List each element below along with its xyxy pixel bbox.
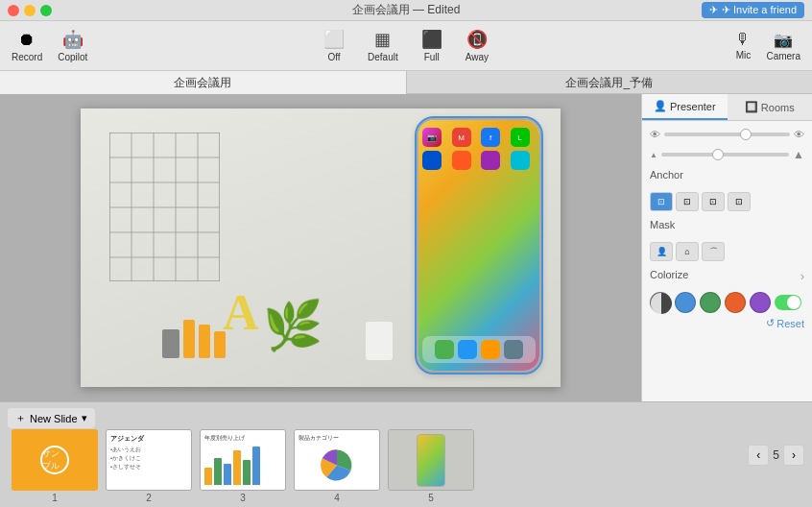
bar6	[252, 447, 260, 485]
slide-thumb-img-1: サンプル	[12, 429, 98, 491]
color-blue-swatch[interactable]	[675, 292, 696, 313]
close-button[interactable]	[8, 5, 19, 16]
view-away-button[interactable]: 📵 Away	[466, 29, 489, 62]
prev-slide-button[interactable]: ‹	[748, 445, 769, 466]
app-row-1: 📷 M f L	[422, 128, 536, 147]
color-green-swatch[interactable]	[700, 292, 721, 313]
copilot-label: Copilot	[58, 52, 87, 62]
mask-icons: 👤 ⌂ ⌒	[650, 242, 804, 261]
slide3-content: 年度別売り上げ	[201, 430, 285, 490]
invite-button[interactable]: ✈ ✈ Invite a friend	[702, 2, 804, 18]
eye-icon-right: 👁	[794, 129, 804, 140]
view-full-button[interactable]: ⬛ Full	[421, 29, 442, 62]
item1	[162, 329, 179, 358]
color-bw-swatch[interactable]	[650, 292, 671, 313]
slide1-label: サンプル	[42, 447, 67, 472]
slide-thumb-2[interactable]: アジェンダ •あいうえお •かきくけこ •さしすせそ 2	[106, 429, 192, 503]
page-number: 5	[773, 448, 779, 462]
slide-num-4: 4	[334, 493, 340, 503]
slide3-title: 年度別売り上げ	[204, 434, 281, 443]
slide-thumb-img-3: 年度別売り上げ	[200, 429, 286, 491]
view-away-label: Away	[466, 52, 489, 62]
size-slider[interactable]	[661, 153, 789, 157]
slide2-title: アジェンダ	[110, 434, 187, 444]
titlebar: 企画会議用 — Edited ✈ ✈ Invite a friend	[0, 0, 812, 21]
mic-icon: 🎙	[735, 31, 751, 48]
anchor-btn-3[interactable]: ⊡	[702, 192, 725, 211]
toolbar-center: ⬜ Off ▦ Default ⬛ Full 📵 Away	[323, 29, 489, 62]
tab-main-label: 企画会議用	[174, 76, 231, 89]
view-default-label: Default	[368, 52, 398, 62]
reset-link[interactable]: ↺ Reset	[650, 317, 804, 329]
copilot-button[interactable]: 🤖 Copilot	[58, 29, 87, 62]
camera-button[interactable]: 📷 Camera	[766, 31, 800, 61]
minimize-button[interactable]	[24, 5, 36, 16]
slide5-content	[389, 430, 473, 490]
slide2-content: アジェンダ •あいうえお •かきくけこ •さしすせそ	[107, 430, 191, 490]
tab-secondary[interactable]: 企画会議用_予備	[407, 71, 813, 94]
view-full-label: Full	[424, 52, 440, 62]
colorize-row: Colorize ›	[650, 269, 804, 284]
item3	[199, 325, 210, 358]
fb-icon: f	[481, 128, 500, 147]
slide-canvas[interactable]: A 🌿 📷 M f L	[81, 109, 561, 387]
new-slide-icon: ＋	[15, 411, 26, 425]
slide-num-1: 1	[52, 493, 58, 503]
slide-thumb-1[interactable]: サンプル 1	[12, 429, 98, 503]
opacity-thumb[interactable]	[740, 129, 752, 140]
plant: 🌿	[263, 298, 322, 353]
slide-thumb-img-4: 製品カテゴリー	[294, 429, 380, 491]
mask-btn-curve[interactable]: ⌒	[702, 242, 725, 261]
mask-row: Mask	[650, 219, 804, 234]
grid-wall	[109, 133, 220, 281]
color-purple-swatch[interactable]	[750, 292, 771, 313]
letter-a: A	[223, 284, 259, 341]
slide2-line1: •あいうえお	[110, 446, 187, 454]
app-c	[452, 151, 471, 170]
color-orange-swatch[interactable]	[725, 292, 746, 313]
opacity-row: 👁 👁	[650, 129, 804, 140]
mask-btn-person[interactable]: 👤	[650, 242, 673, 261]
slide-thumb-5[interactable]: 5	[388, 429, 474, 503]
copilot-icon: 🤖	[62, 29, 84, 50]
view-away-icon: 📵	[466, 29, 488, 50]
maximize-button[interactable]	[40, 5, 52, 16]
new-slide-label: New Slide	[30, 413, 78, 424]
presenter-tab[interactable]: 👤 Presenter	[642, 94, 728, 120]
slide2-line3: •さしすせそ	[110, 463, 187, 471]
phone-dock	[422, 336, 536, 363]
slide-thumb-3[interactable]: 年度別売り上げ 3	[200, 429, 286, 503]
app-d	[481, 151, 500, 170]
new-slide-chevron: ▾	[82, 412, 87, 424]
presenter-label: Presenter	[670, 101, 716, 112]
mic-button[interactable]: 🎙 Mic	[735, 31, 751, 61]
rooms-label: Rooms	[761, 102, 795, 113]
record-icon: ⏺	[18, 30, 36, 50]
view-default-button[interactable]: ▦ Default	[368, 29, 398, 62]
record-button[interactable]: ⏺ Record	[12, 30, 42, 62]
size-thumb[interactable]	[712, 149, 724, 160]
size-small-icon: ▲	[650, 151, 657, 159]
slide-thumb-4[interactable]: 製品カテゴリー 4	[294, 429, 380, 503]
colorize-toggle[interactable]	[775, 295, 801, 310]
mask-btn-house[interactable]: ⌂	[676, 242, 699, 261]
rooms-tab[interactable]: 🔲 Rooms	[728, 94, 813, 120]
anchor-btn-1[interactable]: ⊡	[650, 192, 673, 211]
view-off-button[interactable]: ⬜ Off	[323, 29, 345, 62]
app-row-2	[422, 151, 536, 170]
camera-label: Camera	[766, 51, 800, 61]
toolbar-right: 🎙 Mic 📷 Camera	[735, 31, 800, 61]
line-icon: L	[511, 128, 530, 147]
item4	[214, 331, 226, 358]
vase	[366, 322, 393, 360]
new-slide-button[interactable]: ＋ New Slide ▾	[8, 408, 95, 428]
anchor-btn-2[interactable]: ⊡	[676, 192, 699, 211]
shelf-items	[162, 320, 226, 358]
opacity-slider[interactable]	[664, 133, 790, 136]
next-slide-button[interactable]: ›	[783, 445, 804, 466]
anchor-btn-4[interactable]: ⊡	[728, 192, 751, 211]
traffic-lights	[8, 5, 52, 16]
dock-3	[481, 340, 500, 359]
invite-icon: ✈	[709, 4, 718, 16]
tab-main[interactable]: 企画会議用	[0, 71, 407, 94]
